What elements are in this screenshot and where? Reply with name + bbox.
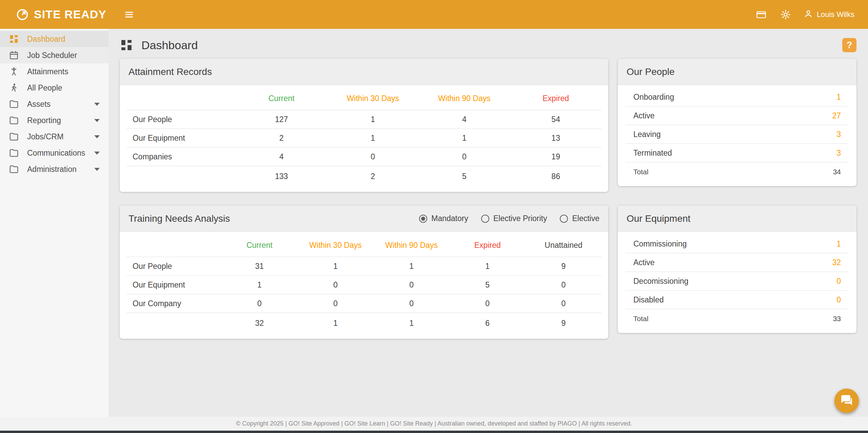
cell: 1 <box>221 276 297 294</box>
item-label: Leaving <box>633 130 661 139</box>
cell: 1 <box>374 257 450 276</box>
total-cell: 133 <box>236 166 327 187</box>
sidebar-item-administration[interactable]: Administration <box>0 161 108 177</box>
radio-mandatory[interactable]: Mandatory <box>419 214 468 223</box>
item-label: Onboarding <box>633 93 674 102</box>
folder-icon <box>9 115 20 125</box>
walking-person-icon <box>9 83 20 93</box>
sidebar-item-attainments[interactable]: Attainments <box>0 63 108 80</box>
folder-icon <box>9 148 20 158</box>
item-value: 3 <box>836 149 841 158</box>
sidebar-item-reporting[interactable]: Reporting <box>0 112 108 129</box>
cell: 1 <box>419 129 510 147</box>
row-label: Our Equipment <box>126 129 236 147</box>
cell: 0 <box>221 294 297 313</box>
table-row: Our People 31 1 1 1 9 <box>126 257 601 276</box>
table-row: Our Equipment 2 1 1 13 <box>126 129 601 147</box>
dashboard-icon <box>9 34 20 44</box>
item-label: Terminated <box>633 149 672 158</box>
total-value: 34 <box>833 168 841 176</box>
table-header-row: Current Within 30 Days Within 90 Days Ex… <box>126 232 601 257</box>
sidebar-item-label: Assets <box>27 100 51 109</box>
card-title: Our Equipment <box>627 213 690 224</box>
card-header: Our Equipment <box>618 205 856 232</box>
our-people-list: Onboarding 1 Active 27 Leaving 3 Termina… <box>626 88 849 181</box>
payment-icon[interactable] <box>754 7 769 22</box>
sidebar-item-jobs-crm[interactable]: Jobs/CRM <box>0 129 108 145</box>
help-button[interactable]: ? <box>842 38 856 52</box>
dashboard-icon <box>120 38 133 52</box>
our-equipment-list: Commissioning 1 Active 32 Decomissioning… <box>626 235 849 328</box>
list-item: Commissioning 1 <box>626 235 849 253</box>
sidebar-item-dashboard[interactable]: Dashboard <box>0 31 108 47</box>
topbar: SITE READY <box>0 0 868 29</box>
cell: 0 <box>526 276 601 294</box>
sidebar-item-assets[interactable]: Assets <box>0 96 108 112</box>
column-header: Expired <box>510 85 601 110</box>
card-title: Training Needs Analysis <box>129 213 230 224</box>
total-cell: 5 <box>419 166 510 187</box>
row-label: Our People <box>126 257 221 276</box>
row-label <box>126 313 221 334</box>
cell: 13 <box>510 129 601 147</box>
cell: 1 <box>450 257 526 276</box>
page-header: Dashboard ? <box>120 36 856 54</box>
sidebar-item-label: Jobs/CRM <box>27 132 63 141</box>
column-header: Current <box>221 232 297 257</box>
menu-toggle-button[interactable] <box>122 7 136 22</box>
column-header: Within 90 Days <box>419 85 510 110</box>
sidebar-item-label: Job Scheduler <box>27 51 77 60</box>
total-label: Total <box>633 315 648 323</box>
cell: 1 <box>327 110 419 129</box>
card-title: Our People <box>627 66 675 77</box>
cell: 0 <box>526 294 601 313</box>
column-header: Current <box>236 85 327 110</box>
sidebar-item-label: Communications <box>27 149 85 158</box>
cell: 0 <box>374 294 450 313</box>
brand[interactable]: SITE READY <box>16 8 106 21</box>
item-label: Disabled <box>633 295 664 304</box>
list-item: Active 27 <box>626 106 849 125</box>
sidebar-item-job-scheduler[interactable]: Job Scheduler <box>0 47 108 63</box>
sidebar-item-communications[interactable]: Communications <box>0 145 108 161</box>
item-value: 3 <box>836 130 841 139</box>
item-value: 1 <box>836 93 841 102</box>
sidebar-item-all-people[interactable]: All People <box>0 80 108 96</box>
page-title: Dashboard <box>141 39 198 52</box>
radio-label: Mandatory <box>431 214 468 223</box>
total-cell: 1 <box>297 313 373 334</box>
radio-elective[interactable]: Elective <box>560 214 599 223</box>
total-label: Total <box>633 168 648 176</box>
totals-row: 32 1 1 6 9 <box>126 313 601 334</box>
column-header: Within 30 Days <box>297 232 373 257</box>
person-celebrating-icon <box>9 66 20 77</box>
user-menu[interactable]: Louis Wilks <box>803 9 854 20</box>
sidebar: Dashboard Job Scheduler Attainments <box>0 29 108 417</box>
list-item: Active 32 <box>626 253 849 272</box>
radio-selected-icon <box>419 215 427 223</box>
total-cell: 32 <box>221 313 297 334</box>
item-label: Active <box>633 258 655 267</box>
radio-elective-priority[interactable]: Elective Priority <box>481 214 547 223</box>
cell: 1 <box>297 257 373 276</box>
footer: © Copyright 2025 | GO! Site Approved | G… <box>0 417 868 431</box>
chat-button[interactable] <box>834 389 859 413</box>
row-label: Our Company <box>126 294 221 313</box>
item-label: Commissioning <box>633 239 687 249</box>
column-header: Unattained <box>526 232 601 257</box>
main-content: Dashboard ? Attainment Records Current W… <box>108 29 868 417</box>
sidebar-item-label: Administration <box>27 165 77 174</box>
item-value: 27 <box>832 111 841 120</box>
attainment-records-card: Attainment Records Current Within 30 Day… <box>120 59 608 192</box>
table-row: Our Company 0 0 0 0 0 <box>126 294 601 313</box>
copyright-text: © Copyright 2025 | GO! Site Approved | G… <box>236 420 632 427</box>
sidebar-item-label: Dashboard <box>27 35 65 44</box>
total-value: 33 <box>833 315 841 323</box>
folder-icon <box>9 132 20 142</box>
settings-icon[interactable] <box>778 7 793 22</box>
sidebar-item-label: Reporting <box>27 116 61 125</box>
calendar-icon <box>9 50 20 60</box>
radio-label: Elective Priority <box>493 214 547 223</box>
row-label: Companies <box>126 147 236 166</box>
brand-text: SITE READY <box>34 8 106 21</box>
